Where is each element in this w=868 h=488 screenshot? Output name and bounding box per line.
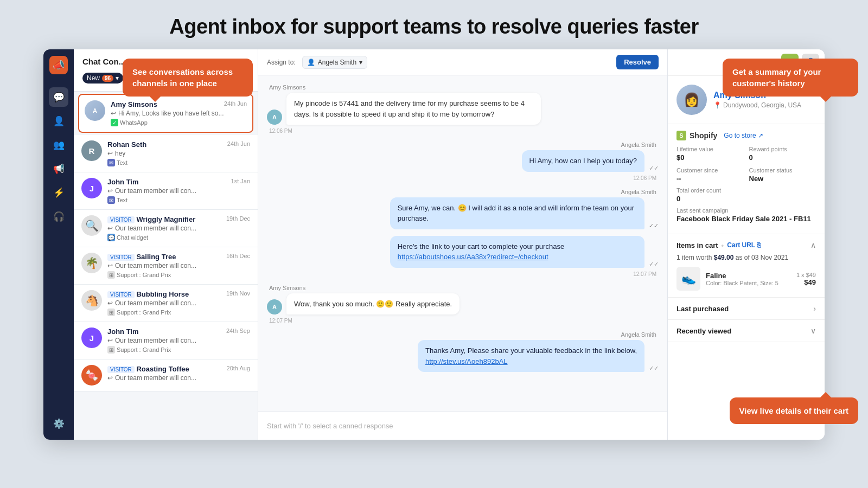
cart-item-name: Faline <box>706 272 791 280</box>
sidebar-icon-contacts[interactable]: 👤 <box>49 111 68 131</box>
message-group-2: Angela Smith Hi Amy, how can I help you … <box>267 142 659 182</box>
lifetime-value-stat: Lifetime value $0 <box>676 146 744 162</box>
conv-items: A Amy Simsons 24th Jun ↩ Hi Amy, Looks l… <box>74 92 258 440</box>
location-icon: 📍 <box>713 101 722 109</box>
callout-conversations: See conversations across channels in one… <box>123 59 253 97</box>
messages-area: Amy Simsons A My pincode is 57441 and th… <box>258 75 667 412</box>
shopify-name: Shopify <box>690 131 717 140</box>
message-group-1: Amy Simsons A My pincode is 57441 and th… <box>267 84 659 135</box>
filter-badge-new[interactable]: New 96 ▾ <box>82 73 123 84</box>
feedback-link[interactable]: http://stev.us/Aoeh892bAL <box>425 357 508 365</box>
msg-avatar-amy: A <box>267 110 282 125</box>
assign-label: Assign to: <box>267 59 296 66</box>
text-icon: ✉ <box>107 159 115 166</box>
message-group-6: Angela Smith Thanks Amy, Please share yo… <box>267 331 659 372</box>
conv-item-rohan[interactable]: R Rohan Seth 24th Jun ↩ hey ✉ Text <box>74 135 258 172</box>
conv-content-amy: Amy Simsons 24th Jun ↩ Hi Amy, Looks lik… <box>111 100 247 126</box>
message-bubble-5: Wow, thank you so much. 🙂🙂 Really apprec… <box>286 293 459 315</box>
cart-chevron[interactable]: ∧ <box>810 241 816 249</box>
conv-preview-amy: ↩ Hi Amy, Looks like you have left so... <box>111 110 247 117</box>
cart-item-row: 👟 Faline Color: Black Patent, Size: 5 1 … <box>676 267 816 291</box>
app-container: 📣 💬 👤 👥 📢 ⚡ 🎧 ⚙️ Chat Con... New 96 ▾ ⊞ … <box>43 49 825 440</box>
conv-name-rohan: Rohan Seth <box>107 140 146 149</box>
resolve-button[interactable]: Resolve <box>616 55 659 69</box>
chat-input-area: Start with '/' to select a canned respon… <box>258 412 667 440</box>
chat-icon: 💬 <box>107 234 115 241</box>
sidebar-icon-automation[interactable]: ⚡ <box>49 183 68 202</box>
cart-item-image: 👟 <box>676 267 700 291</box>
chat-header: Assign to: 👤 Angela Smith ▾ Resolve <box>258 49 667 75</box>
msg-avatar-amy2: A <box>267 299 282 314</box>
cart-item-qty: 1 x $49 <box>796 272 816 278</box>
last-purchased-section[interactable]: Last purchased › <box>668 298 825 320</box>
conv-list-panel: Chat Con... New 96 ▾ ⊞ ⊟ ⊠ A <box>74 49 258 440</box>
sidebar: 📣 💬 👤 👥 📢 ⚡ 🎧 ⚙️ <box>43 49 74 440</box>
message-bubble-2: Hi Amy, how can I help you today? <box>522 150 644 172</box>
cart-url-link[interactable]: Cart URL ⎘ <box>727 241 761 249</box>
last-campaign-stat: Last sent campaign Facebook Black Friday… <box>676 207 816 223</box>
conv-avatar-johntim2: J <box>81 328 102 348</box>
recently-viewed-chevron: ∨ <box>810 326 816 335</box>
message-bubble-1: My pincode is 57441 and the delivery tim… <box>286 93 541 125</box>
callout-cart: View live details of their cart <box>730 397 858 424</box>
message-bubble-3: Sure Amy, we can. 😊 I will add it as a n… <box>390 197 644 229</box>
conv-item-roasting[interactable]: 🍬 VISITOR Roasting Toffee 20th Aug ↩ Our… <box>74 359 258 391</box>
customer-status-stat: Customer status New <box>749 167 816 183</box>
cart-link[interactable]: https://aboutshoes.us/Aa38x?redirect=/ch… <box>398 253 548 261</box>
conv-avatar-roasting: 🍬 <box>81 365 102 386</box>
conv-avatar-wriggly: 🔍 <box>81 215 102 236</box>
recently-viewed-section[interactable]: Recently viewed ∨ <box>668 320 825 342</box>
message-bubble-4: Here's the link to your cart to complete… <box>390 236 644 268</box>
message-bubble-6: Thanks Amy, Please share your valuable f… <box>418 340 644 372</box>
last-purchased-chevron: › <box>813 304 816 313</box>
customer-avatar: 👩 <box>676 85 707 115</box>
conv-channel-amy: ✓ WhatsApp <box>111 119 247 126</box>
conv-item-wriggly[interactable]: 🔍 VISITOR Wriggly Magnifier 19th Dec ↩ O… <box>74 210 258 247</box>
callout-history: Get a summary of your customer's history <box>723 59 858 97</box>
conv-avatar-rohan: R <box>81 140 102 161</box>
page-title: Agent inbox for support teams to resolve… <box>0 0 868 49</box>
cart-section: Items in cart • Cart URL ⎘ ∧ 1 item wort… <box>668 234 825 298</box>
chat-panel: Assign to: 👤 Angela Smith ▾ Resolve Amy … <box>258 49 667 440</box>
message-group-4: Here's the link to your cart to complete… <box>267 236 659 278</box>
conv-item-johntim1[interactable]: J John Tim 1st Jan ↩ Our team member wil… <box>74 172 258 210</box>
sidebar-icon-campaigns[interactable]: 📢 <box>49 159 68 178</box>
whatsapp-icon: ✓ <box>111 119 118 126</box>
conv-item-johntim2[interactable]: J John Tim 24th Sep ↩ Our team member wi… <box>74 322 258 359</box>
message-group-5: Amy Simsons A Wow, thank you so much. 🙂🙂… <box>267 285 659 325</box>
copy-icon[interactable]: ⎘ <box>757 241 761 249</box>
chat-input-placeholder[interactable]: Start with '/' to select a canned respon… <box>267 418 659 434</box>
cart-title: Items in cart • Cart URL ⎘ <box>676 241 761 249</box>
conv-avatar-johntim1: J <box>81 178 102 198</box>
shopify-logo: S <box>676 131 686 140</box>
customer-panel: S 👤 👩 Amy Simson 📍 Dundywood, Georgia, U… <box>667 49 825 440</box>
shopify-section: S Shopify Go to store ↗ Lifetime value $… <box>668 124 825 234</box>
total-order-stat: Total order count 0 <box>676 187 816 203</box>
sidebar-icon-support[interactable]: 🎧 <box>49 207 68 226</box>
cart-item-price: $49 <box>796 278 816 286</box>
conv-item-bubbling[interactable]: 🐴 VISITOR Bubbling Horse 19th Nov ↩ Our … <box>74 285 258 322</box>
sidebar-logo[interactable]: 📣 <box>49 56 68 74</box>
sidebar-icon-chat[interactable]: 💬 <box>49 87 68 107</box>
support-icon: ⊞ <box>107 271 115 279</box>
text-icon2: ✉ <box>107 196 115 204</box>
conv-avatar-sailing: 🌴 <box>81 253 102 273</box>
conv-time-amy: 24th Jun <box>224 100 247 108</box>
reward-points-stat: Reward points 0 <box>749 146 816 162</box>
message-group-3: Angela Smith Sure Amy, we can. 😊 I will … <box>267 189 659 229</box>
stats-grid: Lifetime value $0 Reward points 0 Custom… <box>676 146 816 183</box>
conv-item-sailing[interactable]: 🌴 VISITOR Sailing Tree 16th Dec ↩ Our te… <box>74 247 258 285</box>
assign-select[interactable]: 👤 Angela Smith ▾ <box>302 56 367 69</box>
sidebar-icon-settings[interactable]: ⚙️ <box>49 414 68 433</box>
conv-avatar-bubbling: 🐴 <box>81 290 102 311</box>
customer-since-stat: Customer since -- <box>676 167 744 183</box>
customer-location: 📍 Dundywood, Georgia, USA <box>713 101 801 109</box>
cart-item-sub: Color: Black Patent, Size: 5 <box>706 280 791 286</box>
cart-summary: 1 item worth $49.00 as of 03 Nov 2021 <box>676 254 816 261</box>
go-to-store-link[interactable]: Go to store ↗ <box>724 132 763 139</box>
conv-avatar-amy: A <box>85 100 105 121</box>
conv-item-amy[interactable]: A Amy Simsons 24th Jun ↩ Hi Amy, Looks l… <box>78 94 253 133</box>
sidebar-icon-teams[interactable]: 👥 <box>49 135 68 155</box>
